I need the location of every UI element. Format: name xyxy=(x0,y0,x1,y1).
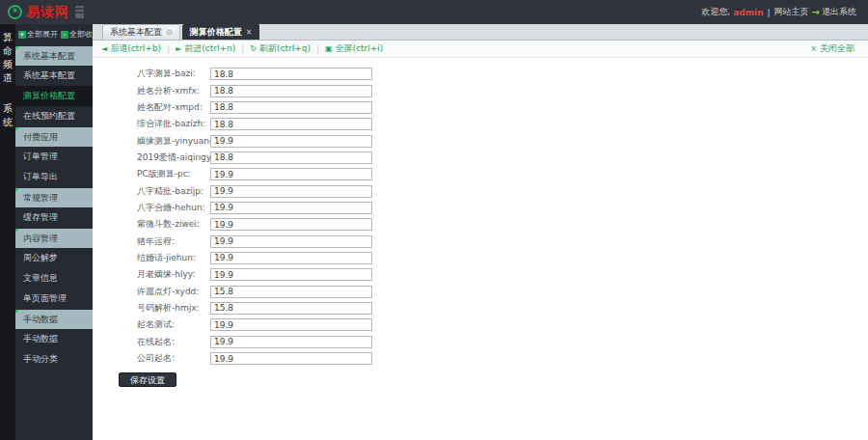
price-input[interactable] xyxy=(210,101,372,114)
price-input[interactable] xyxy=(210,268,372,281)
sidebar-item[interactable]: 周公解梦 xyxy=(15,248,93,268)
form-row: 姻缘测算-yinyuance: xyxy=(93,132,868,149)
form-label: 姓名分析-xmfx: xyxy=(137,85,210,97)
site-home-link[interactable]: 网站主页 xyxy=(774,6,809,18)
toolbar-fullscreen-button[interactable]: ▣全屏(ctrl+i) xyxy=(325,42,383,55)
toolbar-link-label: 全屏(ctrl+i) xyxy=(336,42,384,55)
price-input[interactable] xyxy=(210,235,372,248)
price-input[interactable] xyxy=(210,168,372,180)
sidebar-item[interactable]: 订单管理 xyxy=(15,147,93,167)
tab[interactable]: 系统基本配置⊙ xyxy=(102,24,180,40)
fullscreen-icon: ▣ xyxy=(325,44,333,53)
price-input[interactable] xyxy=(210,302,372,315)
form-label: 八字精批-bazijp: xyxy=(137,185,210,198)
form-label: 号码解析-hmjx: xyxy=(137,302,210,315)
form-label: 月老姻缘-hlyy: xyxy=(137,268,210,281)
save-settings-button[interactable]: 保存设置 xyxy=(119,372,176,387)
price-input[interactable] xyxy=(210,151,372,164)
toolbar: ◄后退(ctrl+b)|►前进(ctrl+n)|↻刷新(ctrl+q)|▣全屏(… xyxy=(93,41,868,58)
expand-all-label: 全部展开 xyxy=(27,29,58,40)
sidebar-item[interactable]: 手动分类 xyxy=(15,349,93,370)
sidebar-section-header[interactable]: 系统基本配置 xyxy=(15,46,93,66)
sidebar-item[interactable]: 单页面管理 xyxy=(15,289,93,309)
price-input[interactable] xyxy=(210,318,372,331)
close-all-button[interactable]: × 关闭全部 xyxy=(810,42,854,55)
form-row: 八字精批-bazijp: xyxy=(93,182,868,199)
price-input[interactable] xyxy=(210,135,372,148)
tab-close-icon[interactable]: × xyxy=(246,28,253,37)
price-input[interactable] xyxy=(210,252,372,264)
form-label: 姻缘测算-yinyuance: xyxy=(137,135,210,148)
form-row: 姓名分析-xmfx: xyxy=(93,82,868,98)
tabbar: 系统基本配置⊙测算价格配置× xyxy=(93,24,868,41)
channel-strip-char: 道 xyxy=(0,71,15,85)
tab-label: 测算价格配置 xyxy=(190,26,242,39)
toolbar-separator: | xyxy=(316,44,319,54)
toolbar-forward-button[interactable]: ►前进(ctrl+n) xyxy=(176,42,235,55)
logout-arrow-icon: → xyxy=(812,7,820,17)
sidebar-menu: 系统基本配置系统基本配置测算价格配置在线预约配置付费应用订单管理订单导出常规管理… xyxy=(15,45,93,370)
price-input[interactable] xyxy=(210,68,372,80)
channel-strip: 算命频道系统 xyxy=(0,24,15,440)
logout-label: 退出系统 xyxy=(822,6,856,18)
form-row: 起名测试: xyxy=(93,316,868,333)
tab-label: 系统基本配置 xyxy=(110,26,162,39)
topbar-user-area: 欢迎您, admin | 网站主页 → 退出系统 xyxy=(701,6,856,18)
logo-text: 易读网 xyxy=(26,4,69,21)
price-input[interactable] xyxy=(210,286,372,298)
sidebar-item[interactable]: 测算价格配置 xyxy=(15,86,93,106)
sidebar-item[interactable]: 在线预约配置 xyxy=(15,106,93,126)
sidebar-item[interactable]: 手动数据 xyxy=(15,329,93,349)
sidebar-section-header[interactable]: 付费应用 xyxy=(15,127,93,147)
form-label: 姓名配对-xmpd: xyxy=(137,101,210,114)
form-row: 许愿点灯-xydd: xyxy=(93,283,868,299)
logo-circle-icon: * xyxy=(8,5,22,19)
sidebar-controls: + 全部展开 - 全部收起 xyxy=(15,24,93,43)
price-input[interactable] xyxy=(210,118,372,130)
sidebar-item[interactable]: 订单导出 xyxy=(15,167,93,187)
toolbar-link-label: 后退(ctrl+b) xyxy=(110,42,161,55)
form-label: 在线起名: xyxy=(137,336,210,348)
price-input[interactable] xyxy=(210,352,372,365)
logo: * 易读网 xyxy=(8,4,84,21)
form-row: 八字合婚-hehun: xyxy=(93,200,868,216)
channel-strip-char: 系 xyxy=(0,102,15,116)
price-input[interactable] xyxy=(210,202,372,214)
channel-strip-char: 频 xyxy=(0,58,15,71)
toolbar-link-label: 刷新(ctrl+q) xyxy=(259,42,311,55)
content: 八字测算-bazi:姓名分析-xmfx:姓名配对-xmpd:综合详批-baziz… xyxy=(93,58,868,440)
sidebar-section-header[interactable]: 内容管理 xyxy=(15,229,93,248)
welcome-text: 欢迎您, xyxy=(701,6,730,18)
logout-button[interactable]: → 退出系统 xyxy=(812,6,856,18)
price-input[interactable] xyxy=(210,185,372,198)
toolbar-links: ◄后退(ctrl+b)|►前进(ctrl+n)|↻刷新(ctrl+q)|▣全屏(… xyxy=(101,42,383,55)
form-row: 猪年运程: xyxy=(93,233,868,249)
form-label: 结婚话-jiehun: xyxy=(137,252,210,264)
price-input[interactable] xyxy=(210,218,372,231)
sidebar: + 全部展开 - 全部收起 系统基本配置系统基本配置测算价格配置在线预约配置付费… xyxy=(15,24,93,440)
toolbar-refresh-button[interactable]: ↻刷新(ctrl+q) xyxy=(250,42,311,55)
form-label: 综合详批-bazizh: xyxy=(137,118,210,130)
price-input[interactable] xyxy=(210,336,372,348)
toolbar-back-button[interactable]: ◄后退(ctrl+b) xyxy=(101,42,161,55)
expand-all-button[interactable]: + 全部展开 xyxy=(18,29,58,40)
form-label: 许愿点灯-xydd: xyxy=(137,286,210,298)
sidebar-item[interactable]: 文章信息 xyxy=(15,268,93,289)
form-row: 在线起名: xyxy=(93,334,868,350)
username: admin xyxy=(733,8,763,17)
form-label: 公司起名: xyxy=(137,352,210,365)
price-input[interactable] xyxy=(210,85,372,97)
form-label: 起名测试: xyxy=(137,318,210,331)
toolbar-separator: | xyxy=(167,44,170,54)
tab[interactable]: 测算价格配置× xyxy=(182,24,260,40)
form-row: 紫微斗数-ziwei: xyxy=(93,216,868,233)
collapse-icon: - xyxy=(61,31,68,39)
refresh-icon: ↻ xyxy=(250,44,257,53)
sidebar-section-header[interactable]: 常规管理 xyxy=(15,188,93,207)
channel-strip-char: 统 xyxy=(0,116,15,129)
sidebar-item[interactable]: 缓存管理 xyxy=(15,207,93,228)
sidebar-section-header[interactable]: 手动数据 xyxy=(15,310,93,329)
sidebar-item[interactable]: 系统基本配置 xyxy=(15,66,93,86)
close-all-label: 关闭全部 xyxy=(820,42,854,55)
tab-status-icon[interactable]: ⊙ xyxy=(166,28,173,37)
